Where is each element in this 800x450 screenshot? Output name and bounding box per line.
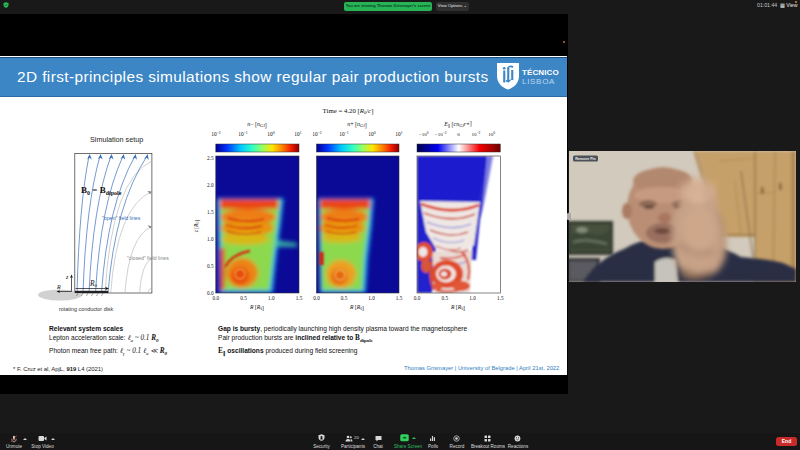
svg-text:100: 100	[267, 131, 274, 137]
svg-text:0.5: 0.5	[240, 295, 247, 301]
svg-text:2.0: 2.0	[207, 182, 214, 188]
svg-text:−100: −100	[419, 131, 429, 137]
svg-text:0: 0	[457, 132, 460, 137]
svg-text:1.0: 1.0	[268, 295, 275, 301]
svg-text:1.0: 1.0	[207, 236, 214, 242]
svg-text:Time = 4.20 [R0/c]: Time = 4.20 [R0/c]	[323, 107, 374, 115]
svg-text:0.0: 0.0	[313, 295, 320, 301]
svg-text:E∥ [cnGJr∗]: E∥ [cnGJr∗]	[443, 120, 471, 128]
svg-text:1.5: 1.5	[396, 295, 403, 301]
svg-text:100: 100	[488, 131, 495, 137]
svg-text:1.5: 1.5	[207, 209, 214, 215]
svg-text:"open" field lines: "open" field lines	[102, 215, 141, 221]
svg-text:1.5: 1.5	[296, 295, 303, 301]
svg-text:z: z	[65, 274, 69, 280]
svg-text:0.5: 0.5	[341, 295, 348, 301]
svg-text:z [R0]: z [R0]	[193, 220, 200, 233]
svg-text:1.0: 1.0	[368, 295, 375, 301]
svg-text:101: 101	[395, 131, 402, 137]
svg-text:n− [nGJ]: n− [nGJ]	[247, 121, 267, 129]
svg-text:10−2: 10−2	[471, 131, 480, 137]
svg-text:−10−2: −10−2	[435, 131, 447, 137]
svg-text:rotating conductor disk: rotating conductor disk	[59, 306, 114, 312]
svg-text:"closed" field lines: "closed" field lines	[127, 255, 169, 261]
svg-text:2.5: 2.5	[207, 155, 214, 161]
svg-text:1.5: 1.5	[497, 295, 504, 301]
svg-text:10−2: 10−2	[211, 131, 221, 137]
svg-text:R: R	[56, 284, 61, 290]
svg-text:LISBOA: LISBOA	[522, 77, 555, 86]
svg-text:R [R0]: R [R0]	[450, 304, 465, 311]
svg-text:0.0: 0.0	[213, 295, 220, 301]
svg-text:n+ [nGJ]: n+ [nGJ]	[347, 121, 367, 129]
svg-text:TÉCNICO: TÉCNICO	[522, 68, 559, 77]
svg-text:0.5: 0.5	[442, 295, 449, 301]
svg-text:10−1: 10−1	[339, 131, 349, 137]
svg-text:10−1: 10−1	[238, 131, 248, 137]
svg-text:101: 101	[294, 131, 301, 137]
svg-text:10−2: 10−2	[312, 131, 322, 137]
svg-text:Remove Pin: Remove Pin	[575, 157, 596, 161]
svg-text:R [R0]: R [R0]	[349, 304, 364, 311]
svg-text:R [R0]: R [R0]	[249, 304, 264, 311]
svg-text:0.0: 0.0	[414, 295, 421, 301]
svg-text:100: 100	[368, 131, 375, 137]
svg-text:0.5: 0.5	[207, 263, 214, 269]
svg-text:1.0: 1.0	[469, 295, 476, 301]
